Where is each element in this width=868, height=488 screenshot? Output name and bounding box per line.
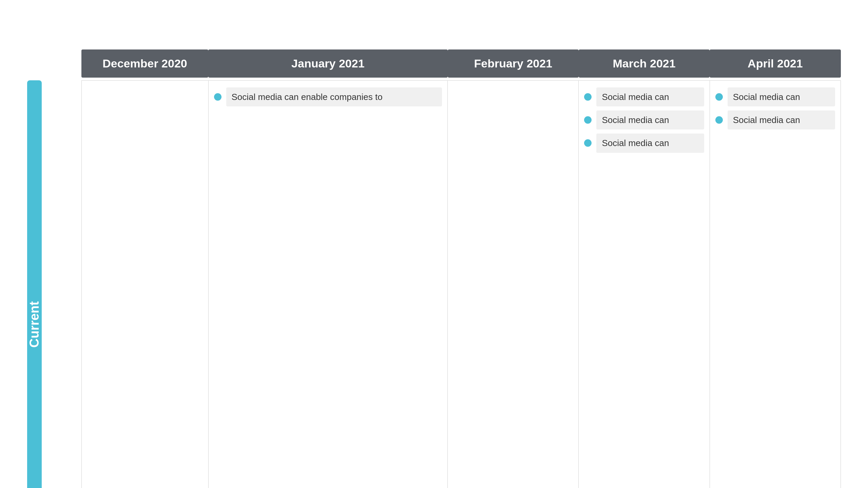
row-label-cell-0: Current: [27, 80, 81, 488]
item-box-0-3-2: Social media can: [596, 134, 704, 152]
dot-0-3-1: [584, 116, 592, 124]
dot-0-4-1: [715, 116, 723, 124]
cell-items-0-4: Social media canSocial media can: [715, 87, 835, 130]
dot-0-1-0: [214, 93, 221, 101]
cell-0-3: Social media canSocial media canSocial m…: [579, 80, 710, 488]
body-row-0: CurrentSocial media can enable companies…: [27, 80, 841, 488]
month-header-1: January 2021: [208, 49, 448, 78]
header-empty-cell: [27, 49, 81, 78]
cell-0-0: [81, 80, 208, 488]
dot-0-3-2: [584, 139, 592, 147]
item-0-3-2: Social media can: [584, 134, 704, 152]
item-box-0-3-1: Social media can: [596, 110, 704, 129]
month-label-1: January 2021: [208, 49, 448, 78]
item-box-0-4-1: Social media can: [728, 110, 835, 129]
item-0-4-0: Social media can: [715, 87, 835, 106]
item-0-4-1: Social media can: [715, 110, 835, 129]
month-header-2: February 2021: [448, 49, 579, 78]
item-box-0-1-0: Social media can enable companies to: [226, 87, 442, 106]
cell-0-4: Social media canSocial media can: [710, 80, 841, 488]
month-header-4: April 2021: [710, 49, 841, 78]
month-label-0: December 2020: [81, 49, 208, 78]
roadmap-table: December 2020January 2021February 2021Ma…: [27, 49, 841, 488]
month-label-4: April 2021: [710, 49, 841, 78]
header-row: December 2020January 2021February 2021Ma…: [27, 49, 841, 78]
dot-0-4-0: [715, 93, 723, 101]
item-box-0-3-0: Social media can: [596, 87, 704, 106]
item-0-1-0: Social media can enable companies to: [214, 87, 442, 106]
month-header-3: March 2021: [579, 49, 710, 78]
month-label-2: February 2021: [448, 49, 579, 78]
cell-items-0-3: Social media canSocial media canSocial m…: [584, 87, 704, 153]
row-label-0: Current: [27, 80, 42, 488]
month-label-3: March 2021: [579, 49, 710, 78]
cell-0-2: [448, 80, 579, 488]
item-0-3-1: Social media can: [584, 110, 704, 129]
month-header-0: December 2020: [81, 49, 208, 78]
item-box-0-4-0: Social media can: [728, 87, 835, 106]
item-0-3-0: Social media can: [584, 87, 704, 106]
cell-items-0-1: Social media can enable companies to: [214, 87, 442, 106]
cell-0-1: Social media can enable companies to: [208, 80, 448, 488]
dot-0-3-0: [584, 93, 592, 101]
